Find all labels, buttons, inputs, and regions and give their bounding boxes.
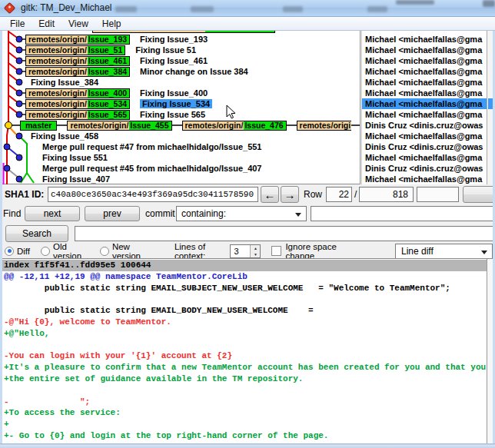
commit-row[interactable]: remotes/origin/Issue_565Fixing Issue 565 — [2, 109, 360, 120]
ref-label[interactable]: remotes/origin/Issue_476 — [182, 121, 287, 131]
menu-view[interactable]: View — [61, 18, 95, 29]
diff-mode-dropdown[interactable]: Line diff — [395, 244, 493, 259]
author-column: Michael <michaelfallas@gmaMichael <micha… — [362, 31, 487, 184]
clipped-button[interactable] — [463, 186, 495, 203]
ref-label[interactable]: remotes/origin/Issue_461 — [25, 56, 130, 66]
ref-label[interactable]: remotes/origin/Issue_534 — [25, 99, 130, 109]
commit-row[interactable]: remotes/origin/Issue_400Fixing Issue_400 — [2, 88, 360, 98]
history-back-button[interactable]: ← — [261, 186, 279, 203]
diff-line-index: index f1f5f41..fdd95e5 100644 — [2, 260, 487, 271]
sha1-input[interactable]: c40a80ce3650ac34e493f369a95dc30411578590 — [48, 187, 258, 202]
commit-author[interactable]: Michael <michaelfallas@gma — [362, 109, 487, 120]
background-window-artifact — [191, 6, 214, 12]
commit-row[interactable]: Fixing Issue_384 — [2, 77, 360, 88]
commit-author[interactable]: Dinis Cruz <dinis.cruz@owas — [362, 120, 487, 131]
commit-row[interactable]: Fixing Issue_458 — [2, 131, 360, 141]
commit-author[interactable]: Michael <michaelfallas@gma — [362, 45, 487, 55]
find-prev-button[interactable]: prev — [85, 206, 140, 221]
commit-message: Fixing Issue 551 — [42, 153, 108, 162]
commit-row[interactable]: Merge pull request #47 from michaelhidal… — [2, 141, 360, 152]
ref-master-label[interactable]: master — [20, 121, 57, 131]
commit-row[interactable]: remotes/origin/Issue_534Fixing Issue_534 — [2, 98, 360, 109]
diff-line-add: +@"Hello, — [2, 328, 487, 340]
history-forward-button[interactable]: → — [281, 186, 299, 203]
ref-label[interactable]: remotes/origin/Issue_400 — [25, 88, 130, 98]
commit-author[interactable]: Michael <michaelfallas@gma — [362, 66, 487, 77]
commit-author[interactable]: Michael <michaelfallas@gma — [362, 88, 487, 98]
menu-bar: File Edit View Help — [0, 17, 495, 31]
clipped-ref-label — [92, 31, 275, 33]
diff-line-add: +To access the service: — [2, 407, 487, 419]
commit-message: Fixing Issue_407 — [42, 174, 110, 184]
search-input[interactable] — [75, 226, 494, 241]
commit-row[interactable]: Merge pull request #45 from michaelhidal… — [2, 163, 360, 174]
commit-row[interactable]: remotes/origin/Issue_51Fixing Issue 51 — [2, 45, 360, 55]
pane-divider[interactable] — [360, 31, 362, 184]
search-button[interactable]: Search — [5, 225, 68, 242]
ref-label[interactable]: remotes/origin/Issue_455 — [67, 121, 171, 131]
commit-message: Fixing Issue_384 — [31, 78, 98, 87]
list-scrollbar[interactable] — [487, 31, 493, 184]
row-extra-field — [417, 187, 459, 202]
diff-line-del: -You can login with your '{1}' account a… — [2, 350, 487, 362]
commit-row[interactable]: masterremotes/origin/Issue_455remotes/or… — [2, 120, 360, 131]
row-current-value: 22 — [326, 187, 352, 202]
old-version-radio[interactable] — [41, 247, 50, 256]
diff-line-del: -@"Hi {0}, welcome to TeamMentor. — [2, 317, 487, 328]
ref-label[interactable]: remotes/origin/Issue_565 — [25, 110, 130, 120]
commit-author[interactable]: Michael <michaelfallas@gma — [362, 34, 487, 45]
commit-subject-column: remotes/origin/Issue_193Fixing Issue_193… — [2, 31, 360, 184]
chevron-down-icon — [481, 251, 487, 254]
find-next-button[interactable]: next — [25, 206, 80, 221]
lines-of-context-spinner[interactable]: 3 ▲▼ — [230, 244, 261, 258]
diff-line-add: +- Go to {0} and login at the top right-… — [2, 430, 487, 442]
ignore-space-checkbox[interactable] — [271, 246, 281, 256]
commit-message: Fixing Issue_458 — [31, 131, 98, 141]
ignore-space-label: Ignore space change — [285, 242, 352, 261]
commit-message: Fixing Issue_534 — [140, 99, 212, 108]
commit-message: Fixing Issue_461 — [140, 56, 208, 65]
commit-author[interactable]: Michael <michaelfallas@gma — [362, 131, 487, 141]
commit-row[interactable]: remotes/origin/Issue_193Fixing Issue_193 — [2, 34, 360, 45]
commit-row[interactable]: remotes/origin/Issue_384Minor change on … — [2, 66, 360, 77]
gitk-window: gitk: TM_Dev_Michael File Edit View Help — [0, 0, 495, 448]
commit-row[interactable]: remotes/origin/Issue_461Fixing Issue_461 — [2, 55, 360, 66]
diff-scrollbar[interactable] — [487, 259, 493, 443]
commit-author[interactable]: Michael <michaelfallas@gma — [362, 77, 487, 88]
commit-author[interactable]: Michael <michaelfallas@gma — [362, 55, 487, 66]
commit-author[interactable]: Michael <michaelfallas@gma — [362, 152, 487, 163]
spinner-arrows-icon[interactable]: ▲▼ — [250, 245, 260, 257]
menu-file[interactable]: File — [3, 18, 32, 29]
find-mode-dropdown[interactable]: containing: — [176, 206, 307, 221]
commit-row[interactable]: Fixing Issue 551 — [2, 152, 360, 163]
menu-edit[interactable]: Edit — [32, 18, 61, 29]
title-bar[interactable]: gitk: TM_Dev_Michael — [0, 0, 495, 17]
diff-line-ctx: public static string EMAIL_BODY_NEW_USER… — [2, 305, 487, 317]
back-arrow-icon: ← — [264, 188, 276, 201]
commit-author[interactable]: Michael <michaelfallas@gma — [362, 98, 487, 109]
old-version-radio-label: Old version — [53, 242, 89, 261]
ref-label[interactable]: remotes/origi — [297, 121, 352, 131]
diff-radio[interactable] — [5, 247, 14, 256]
new-version-radio[interactable] — [100, 247, 109, 256]
ref-label[interactable]: remotes/origin/Issue_384 — [25, 67, 130, 77]
menu-help[interactable]: Help — [95, 18, 128, 29]
ref-label[interactable]: remotes/origin/Issue_193 — [25, 35, 130, 45]
chevron-down-icon — [295, 213, 301, 217]
commit-row[interactable]: Fixing Issue_407 — [2, 174, 360, 184]
background-window-artifact — [283, 6, 303, 12]
row-label: Row — [304, 189, 322, 200]
commit-author[interactable]: Michael <michaelfallas@gma — [362, 174, 487, 184]
diff-pane[interactable]: index f1f5f41..fdd95e5 100644@@ -12,11 +… — [2, 258, 493, 443]
commit-message: Fixing Issue_400 — [140, 88, 208, 98]
find-query-input[interactable] — [311, 206, 495, 221]
diff-controls-bar: Diff Old version New version Lines of co… — [2, 244, 493, 258]
diff-line-ctx — [2, 340, 487, 351]
ref-label[interactable]: remotes/origin/Issue_51 — [25, 45, 125, 55]
window-frame-left — [0, 31, 2, 443]
window-frame-bottom — [0, 443, 495, 448]
background-window-artifact — [115, 6, 137, 12]
diff-line-del: - "; — [2, 397, 487, 408]
commit-author[interactable]: Dinis Cruz <dinis.cruz@owas — [362, 141, 487, 152]
commit-author[interactable]: Dinis Cruz <dinis.cruz@owas — [362, 163, 487, 174]
